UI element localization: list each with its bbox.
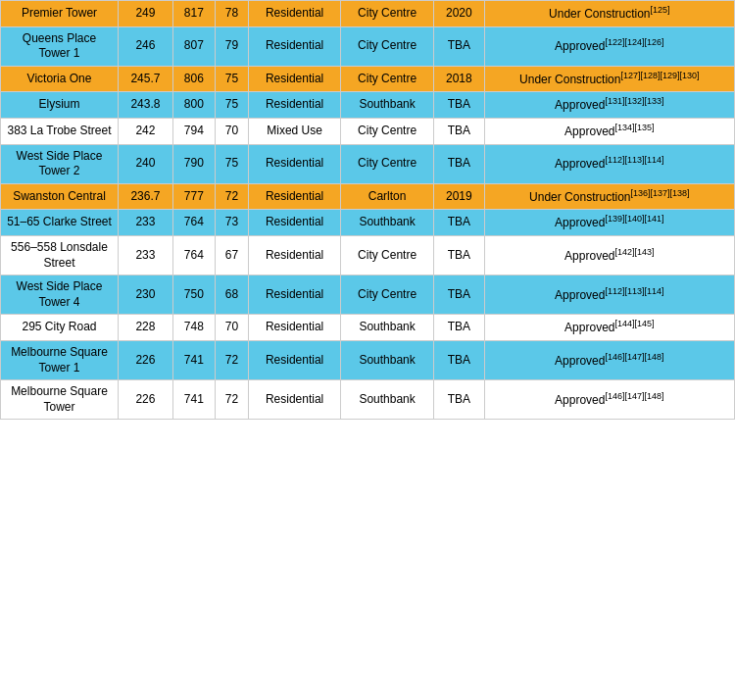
status: Under Construction[125] [484, 1, 734, 27]
floors: 75 [215, 92, 248, 119]
suburb: City Centre [341, 66, 434, 92]
table-row: Queens Place Tower 1 246 807 79 Resident… [1, 26, 735, 66]
building-name: Elysium [1, 92, 119, 119]
suburb: City Centre [341, 144, 434, 183]
height-m: 228 [119, 315, 173, 341]
status: Approved[146][147][148] [484, 380, 734, 420]
height-ft: 777 [172, 183, 215, 210]
use: Residential [249, 66, 341, 92]
status: Approved[112][113][114] [484, 275, 734, 315]
status: Under Construction[127][128][129][130] [484, 66, 734, 92]
status: Approved[139][140][141] [484, 210, 734, 236]
use: Residential [249, 144, 341, 183]
year: TBA [434, 118, 485, 144]
building-name: Swanston Central [1, 183, 119, 210]
status: Approved[122][124][126] [484, 26, 734, 66]
year: TBA [434, 340, 485, 379]
height-ft: 764 [172, 235, 215, 275]
building-name: Premier Tower [1, 1, 119, 27]
building-name: 556–558 Lonsdale Street [1, 235, 119, 275]
floors: 75 [215, 66, 248, 92]
suburb: Southbank [341, 315, 434, 341]
floors: 72 [215, 380, 248, 420]
year: TBA [434, 26, 485, 66]
floors: 78 [215, 1, 248, 27]
use: Residential [249, 275, 341, 315]
building-name: 295 City Road [1, 315, 119, 341]
building-name: West Side Place Tower 4 [1, 275, 119, 315]
height-m: 236.7 [119, 183, 173, 210]
year: TBA [434, 315, 485, 341]
floors: 70 [215, 118, 248, 144]
table-row: Melbourne Square Tower 1 226 741 72 Resi… [1, 340, 735, 379]
use: Residential [249, 26, 341, 66]
use: Residential [249, 1, 341, 27]
year: TBA [434, 380, 485, 420]
height-ft: 794 [172, 118, 215, 144]
table-row: Premier Tower 249 817 78 Residential Cit… [1, 1, 735, 27]
building-name: West Side Place Tower 2 [1, 144, 119, 183]
height-ft: 750 [172, 275, 215, 315]
suburb: Southbank [341, 92, 434, 119]
use: Residential [249, 92, 341, 119]
use: Residential [249, 340, 341, 379]
table-row: Victoria One 245.7 806 75 Residential Ci… [1, 66, 735, 92]
status: Under Construction[136][137][138] [484, 183, 734, 210]
floors: 79 [215, 26, 248, 66]
year: 2020 [434, 1, 485, 27]
suburb: Southbank [341, 210, 434, 236]
height-ft: 817 [172, 1, 215, 27]
suburb: City Centre [341, 26, 434, 66]
status: Approved[146][147][148] [484, 340, 734, 379]
floors: 72 [215, 183, 248, 210]
buildings-table: Premier Tower 249 817 78 Residential Cit… [0, 0, 735, 420]
suburb: City Centre [341, 275, 434, 315]
height-ft: 741 [172, 340, 215, 379]
year: 2018 [434, 66, 485, 92]
status: Approved[131][132][133] [484, 92, 734, 119]
table-row: 51–65 Clarke Street 233 764 73 Residenti… [1, 210, 735, 236]
building-name: Melbourne Square Tower 1 [1, 340, 119, 379]
height-m: 240 [119, 144, 173, 183]
suburb: City Centre [341, 118, 434, 144]
use: Residential [249, 210, 341, 236]
status: Approved[134][135] [484, 118, 734, 144]
height-m: 243.8 [119, 92, 173, 119]
year: 2019 [434, 183, 485, 210]
year: TBA [434, 92, 485, 119]
height-m: 246 [119, 26, 173, 66]
building-name: Melbourne Square Tower [1, 380, 119, 420]
status: Approved[142][143] [484, 235, 734, 275]
use: Residential [249, 315, 341, 341]
year: TBA [434, 144, 485, 183]
suburb: City Centre [341, 235, 434, 275]
height-ft: 800 [172, 92, 215, 119]
height-ft: 807 [172, 26, 215, 66]
floors: 70 [215, 315, 248, 341]
table-row: West Side Place Tower 4 230 750 68 Resid… [1, 275, 735, 315]
height-ft: 790 [172, 144, 215, 183]
table-row: West Side Place Tower 2 240 790 75 Resid… [1, 144, 735, 183]
suburb: Carlton [341, 183, 434, 210]
height-m: 242 [119, 118, 173, 144]
year: TBA [434, 210, 485, 236]
height-m: 226 [119, 340, 173, 379]
height-m: 230 [119, 275, 173, 315]
height-m: 249 [119, 1, 173, 27]
height-m: 233 [119, 235, 173, 275]
year: TBA [434, 275, 485, 315]
use: Mixed Use [249, 118, 341, 144]
table-row: 383 La Trobe Street 242 794 70 Mixed Use… [1, 118, 735, 144]
building-name: Queens Place Tower 1 [1, 26, 119, 66]
use: Residential [249, 183, 341, 210]
status: Approved[112][113][114] [484, 144, 734, 183]
suburb: City Centre [341, 1, 434, 27]
use: Residential [249, 380, 341, 420]
use: Residential [249, 235, 341, 275]
suburb: Southbank [341, 340, 434, 379]
height-m: 226 [119, 380, 173, 420]
height-ft: 741 [172, 380, 215, 420]
floors: 75 [215, 144, 248, 183]
floors: 68 [215, 275, 248, 315]
height-m: 245.7 [119, 66, 173, 92]
